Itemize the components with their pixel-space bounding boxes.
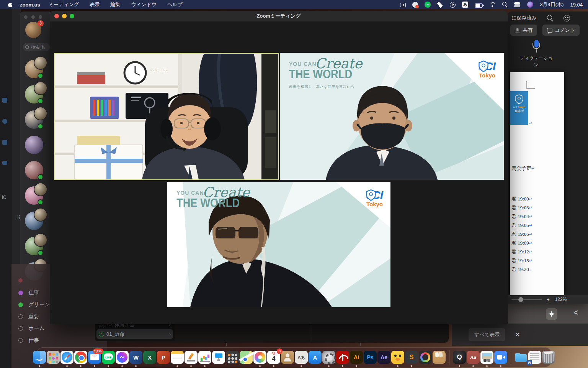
- text-fragment: iC: [2, 195, 6, 200]
- line-status-icon[interactable]: LINE: [425, 2, 431, 8]
- excel-icon[interactable]: X: [143, 351, 156, 364]
- running-indicator-dot: [500, 365, 501, 367]
- applications-icon: [2, 140, 7, 145]
- menubar: zoom.us ミーティング表示編集ウィンドウヘルプ LINE あ 3月4日(木…: [0, 0, 588, 9]
- active-app-name[interactable]: zoom.us: [20, 2, 40, 8]
- appstore-icon[interactable]: A: [309, 351, 322, 364]
- fullscreen-window-button[interactable]: [70, 14, 74, 18]
- quicktime-icon[interactable]: Q: [453, 351, 466, 364]
- chat-avatar-item[interactable]: [20, 132, 50, 157]
- desktop: よ iC 場 タ 3 検索(名: [0, 0, 588, 368]
- zoom-in-button[interactable]: +: [547, 297, 550, 302]
- feedback-smiley-icon[interactable]: [564, 15, 570, 21]
- monosnap-icon[interactable]: [412, 2, 418, 8]
- mini-doc-icon[interactable]: W: [528, 351, 541, 364]
- reminder-list-item[interactable]: 仕事: [18, 334, 107, 346]
- apple-menu-icon[interactable]: [8, 2, 13, 7]
- word-icon[interactable]: W: [129, 351, 142, 364]
- chat-avatar-item[interactable]: [20, 56, 50, 81]
- battery-icon[interactable]: [475, 3, 483, 8]
- preview-icon[interactable]: [480, 351, 493, 364]
- close-window-button[interactable]: [54, 14, 59, 18]
- chrome-icon[interactable]: [74, 351, 87, 364]
- powerpoint-icon[interactable]: P: [157, 351, 170, 364]
- finder-icon[interactable]: [33, 351, 46, 364]
- illustrator-icon[interactable]: Ai: [350, 351, 363, 364]
- file-box-icon[interactable]: [433, 351, 446, 364]
- ime-kana-icon[interactable]: あ: [462, 2, 468, 8]
- dictation-button[interactable]: ディクテーション: [519, 40, 554, 68]
- zoom-slider-knob[interactable]: [518, 297, 523, 302]
- search-input[interactable]: 検索(名: [23, 43, 50, 51]
- document-page[interactable]: nal Tokyo 会議所 ↵ 閉会予定↵ 君 19:00↵ 君 19:03↵ …: [510, 72, 564, 296]
- dictionary-icon[interactable]: Aあ: [295, 351, 308, 364]
- chat-avatar-item[interactable]: [20, 107, 50, 132]
- video-tile-backlit-participant[interactable]: YOU CAN Create THE WORLD JCI Tokyo: [167, 182, 390, 307]
- menubar-item[interactable]: ミーティング: [49, 1, 79, 8]
- menubar-item[interactable]: 表示: [90, 1, 100, 8]
- wifi-icon[interactable]: [489, 2, 496, 7]
- maps-icon[interactable]: [240, 351, 253, 364]
- launchpad-icon[interactable]: [47, 351, 60, 364]
- menubar-item[interactable]: ウィンドウ: [131, 1, 157, 8]
- dropbox-status-icon[interactable]: [437, 2, 443, 8]
- chat-avatar-item[interactable]: [20, 81, 50, 107]
- editor-sparkle-button[interactable]: [546, 308, 557, 320]
- photos-icon[interactable]: [253, 351, 266, 364]
- search-icon[interactable]: [547, 15, 554, 21]
- menubar-time[interactable]: 19:04: [570, 2, 583, 8]
- dictionary-red-icon[interactable]: Aa: [467, 351, 480, 364]
- photoshop-icon[interactable]: Ps: [364, 351, 377, 364]
- creative-cloud-icon[interactable]: [419, 351, 432, 364]
- comment-button[interactable]: コメント: [542, 25, 580, 36]
- video-tile-masked-participant[interactable]: YOU CAN Create THE WORLD 未来を構想し、新たな世界を東京…: [280, 53, 504, 180]
- jci-shield-icon: [479, 61, 488, 72]
- show-all-button[interactable]: すべて表示: [469, 328, 505, 341]
- menubar-item[interactable]: ヘルプ: [167, 1, 183, 8]
- acrobat-icon[interactable]: [336, 351, 349, 364]
- aftereffects-icon[interactable]: Ae: [377, 351, 390, 364]
- share-button[interactable]: 共有: [510, 25, 537, 36]
- settings-icon[interactable]: [322, 351, 335, 364]
- chat-avatar-item[interactable]: [20, 233, 50, 258]
- folder-icon[interactable]: [514, 351, 528, 364]
- video-tile-active-speaker[interactable]: Hello, Idea: [54, 53, 279, 180]
- control-center-icon[interactable]: [514, 2, 521, 7]
- notes-icon[interactable]: [171, 351, 184, 364]
- sublime-icon[interactable]: S: [405, 351, 418, 364]
- pages-icon[interactable]: [185, 351, 198, 364]
- inactive-traffic-lights[interactable]: [24, 15, 42, 19]
- zoom-icon[interactable]: [494, 351, 507, 364]
- menubar-item[interactable]: 編集: [110, 1, 120, 8]
- duck-icon[interactable]: [391, 351, 404, 364]
- chat-avatar-item[interactable]: [20, 208, 50, 233]
- zoom-slider[interactable]: [511, 299, 542, 300]
- minimize-window-button[interactable]: [62, 14, 67, 18]
- screen-recording-icon[interactable]: [400, 3, 406, 7]
- window-titlebar[interactable]: Zoomミーティング: [50, 11, 508, 21]
- calendar-icon[interactable]: 3月 4 3: [267, 351, 280, 364]
- numbers-icon[interactable]: [198, 351, 211, 364]
- online-status-dot: [38, 98, 43, 104]
- chat-avatar-item[interactable]: [20, 182, 50, 208]
- profile-avatar[interactable]: 3: [25, 22, 41, 38]
- share-icon: [515, 28, 520, 33]
- line-icon[interactable]: LINE: [102, 351, 115, 364]
- keynote-icon[interactable]: [212, 351, 225, 364]
- running-indicator-dot: [411, 365, 412, 367]
- calculator-icon[interactable]: [226, 351, 239, 364]
- contacts-icon[interactable]: [281, 351, 294, 364]
- task-row-selected[interactable]: 01_近藤 ›: [96, 329, 173, 339]
- spotlight-icon[interactable]: [502, 2, 508, 7]
- messenger-icon[interactable]: [116, 351, 129, 364]
- menubar-date[interactable]: 3月4日(木): [540, 1, 564, 8]
- trash-icon[interactable]: [542, 351, 555, 364]
- collapse-chevron[interactable]: <: [573, 308, 578, 317]
- play-circle-icon[interactable]: [450, 2, 456, 8]
- chat-avatar-item[interactable]: [20, 157, 50, 182]
- close-icon[interactable]: ✕: [515, 331, 520, 338]
- safari-icon[interactable]: [60, 351, 74, 364]
- mail-icon[interactable]: 1,195: [88, 351, 101, 364]
- siri-icon[interactable]: [527, 2, 533, 8]
- list-label: グリーン: [28, 301, 50, 308]
